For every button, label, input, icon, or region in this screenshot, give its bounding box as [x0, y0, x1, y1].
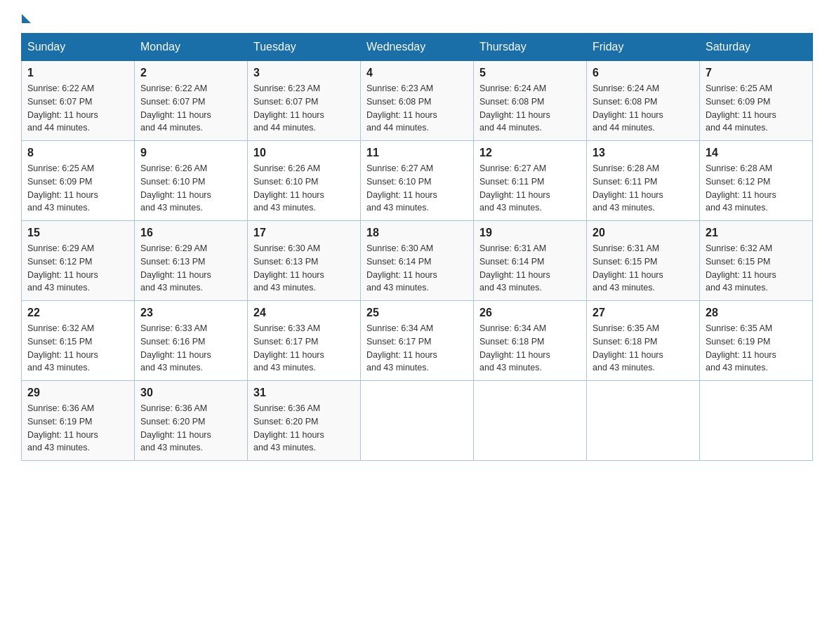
calendar-day-cell: 22Sunrise: 6:32 AMSunset: 6:15 PMDayligh… — [22, 301, 135, 381]
day-info: Sunrise: 6:24 AMSunset: 6:08 PMDaylight:… — [479, 82, 581, 135]
calendar-week-row: 15Sunrise: 6:29 AMSunset: 6:12 PMDayligh… — [22, 221, 813, 301]
day-info: Sunrise: 6:33 AMSunset: 6:16 PMDaylight:… — [140, 322, 241, 375]
day-info: Sunrise: 6:24 AMSunset: 6:08 PMDaylight:… — [593, 82, 694, 135]
calendar-week-row: 8Sunrise: 6:25 AMSunset: 6:09 PMDaylight… — [22, 141, 813, 221]
calendar-day-cell — [587, 381, 700, 461]
calendar-day-cell: 23Sunrise: 6:33 AMSunset: 6:16 PMDayligh… — [135, 301, 248, 381]
day-info: Sunrise: 6:27 AMSunset: 6:11 PMDaylight:… — [479, 162, 581, 215]
day-number: 5 — [479, 67, 581, 79]
day-info: Sunrise: 6:25 AMSunset: 6:09 PMDaylight:… — [706, 82, 807, 135]
col-saturday: Saturday — [700, 34, 813, 61]
day-info: Sunrise: 6:32 AMSunset: 6:15 PMDaylight:… — [706, 242, 807, 295]
col-thursday: Thursday — [474, 34, 587, 61]
calendar-day-cell: 21Sunrise: 6:32 AMSunset: 6:15 PMDayligh… — [700, 221, 813, 301]
col-monday: Monday — [135, 34, 248, 61]
day-number: 23 — [140, 307, 241, 319]
page-header — [21, 14, 813, 19]
day-number: 10 — [253, 147, 355, 159]
day-number: 24 — [253, 307, 355, 319]
calendar-day-cell: 13Sunrise: 6:28 AMSunset: 6:11 PMDayligh… — [587, 141, 700, 221]
day-info: Sunrise: 6:23 AMSunset: 6:08 PMDaylight:… — [366, 82, 468, 135]
calendar-day-cell: 26Sunrise: 6:34 AMSunset: 6:18 PMDayligh… — [474, 301, 587, 381]
day-number: 17 — [253, 227, 355, 239]
calendar-day-cell: 16Sunrise: 6:29 AMSunset: 6:13 PMDayligh… — [135, 221, 248, 301]
day-info: Sunrise: 6:27 AMSunset: 6:10 PMDaylight:… — [366, 162, 468, 215]
calendar-day-cell: 12Sunrise: 6:27 AMSunset: 6:11 PMDayligh… — [474, 141, 587, 221]
day-info: Sunrise: 6:31 AMSunset: 6:15 PMDaylight:… — [593, 242, 694, 295]
calendar-week-row: 22Sunrise: 6:32 AMSunset: 6:15 PMDayligh… — [22, 301, 813, 381]
calendar-day-cell: 5Sunrise: 6:24 AMSunset: 6:08 PMDaylight… — [474, 61, 587, 141]
calendar-table: Sunday Monday Tuesday Wednesday Thursday… — [21, 33, 813, 461]
day-number: 28 — [706, 307, 807, 319]
calendar-day-cell: 3Sunrise: 6:23 AMSunset: 6:07 PMDaylight… — [248, 61, 361, 141]
day-number: 22 — [27, 307, 128, 319]
day-info: Sunrise: 6:32 AMSunset: 6:15 PMDaylight:… — [27, 322, 128, 375]
day-info: Sunrise: 6:22 AMSunset: 6:07 PMDaylight:… — [140, 82, 241, 135]
calendar-day-cell: 30Sunrise: 6:36 AMSunset: 6:20 PMDayligh… — [135, 381, 248, 461]
day-info: Sunrise: 6:36 AMSunset: 6:20 PMDaylight:… — [140, 402, 241, 455]
calendar-day-cell: 8Sunrise: 6:25 AMSunset: 6:09 PMDaylight… — [22, 141, 135, 221]
day-info: Sunrise: 6:33 AMSunset: 6:17 PMDaylight:… — [253, 322, 355, 375]
day-number: 2 — [140, 67, 241, 79]
calendar-day-cell: 28Sunrise: 6:35 AMSunset: 6:19 PMDayligh… — [700, 301, 813, 381]
day-number: 29 — [27, 387, 128, 399]
day-info: Sunrise: 6:25 AMSunset: 6:09 PMDaylight:… — [27, 162, 128, 215]
day-info: Sunrise: 6:36 AMSunset: 6:20 PMDaylight:… — [253, 402, 355, 455]
day-info: Sunrise: 6:30 AMSunset: 6:14 PMDaylight:… — [366, 242, 468, 295]
calendar-week-row: 1Sunrise: 6:22 AMSunset: 6:07 PMDaylight… — [22, 61, 813, 141]
day-number: 8 — [27, 147, 128, 159]
day-number: 11 — [366, 147, 468, 159]
day-number: 4 — [366, 67, 468, 79]
day-info: Sunrise: 6:31 AMSunset: 6:14 PMDaylight:… — [479, 242, 581, 295]
day-info: Sunrise: 6:34 AMSunset: 6:17 PMDaylight:… — [366, 322, 468, 375]
calendar-day-cell: 1Sunrise: 6:22 AMSunset: 6:07 PMDaylight… — [22, 61, 135, 141]
day-info: Sunrise: 6:22 AMSunset: 6:07 PMDaylight:… — [27, 82, 128, 135]
day-number: 25 — [366, 307, 468, 319]
col-tuesday: Tuesday — [248, 34, 361, 61]
calendar-day-cell — [361, 381, 474, 461]
calendar-day-cell: 29Sunrise: 6:36 AMSunset: 6:19 PMDayligh… — [22, 381, 135, 461]
calendar-day-cell — [474, 381, 587, 461]
day-info: Sunrise: 6:26 AMSunset: 6:10 PMDaylight:… — [253, 162, 355, 215]
calendar-day-cell: 25Sunrise: 6:34 AMSunset: 6:17 PMDayligh… — [361, 301, 474, 381]
day-info: Sunrise: 6:28 AMSunset: 6:11 PMDaylight:… — [593, 162, 694, 215]
calendar-week-row: 29Sunrise: 6:36 AMSunset: 6:19 PMDayligh… — [22, 381, 813, 461]
day-number: 12 — [479, 147, 581, 159]
calendar-day-cell: 10Sunrise: 6:26 AMSunset: 6:10 PMDayligh… — [248, 141, 361, 221]
day-number: 19 — [479, 227, 581, 239]
day-number: 16 — [140, 227, 241, 239]
calendar-day-cell: 18Sunrise: 6:30 AMSunset: 6:14 PMDayligh… — [361, 221, 474, 301]
calendar-day-cell: 19Sunrise: 6:31 AMSunset: 6:14 PMDayligh… — [474, 221, 587, 301]
day-number: 31 — [253, 387, 355, 399]
day-number: 18 — [366, 227, 468, 239]
day-info: Sunrise: 6:26 AMSunset: 6:10 PMDaylight:… — [140, 162, 241, 215]
day-info: Sunrise: 6:30 AMSunset: 6:13 PMDaylight:… — [253, 242, 355, 295]
day-info: Sunrise: 6:23 AMSunset: 6:07 PMDaylight:… — [253, 82, 355, 135]
day-info: Sunrise: 6:29 AMSunset: 6:13 PMDaylight:… — [140, 242, 241, 295]
calendar-day-cell: 31Sunrise: 6:36 AMSunset: 6:20 PMDayligh… — [248, 381, 361, 461]
day-number: 1 — [27, 67, 128, 79]
calendar-day-cell: 2Sunrise: 6:22 AMSunset: 6:07 PMDaylight… — [135, 61, 248, 141]
day-info: Sunrise: 6:36 AMSunset: 6:19 PMDaylight:… — [27, 402, 128, 455]
calendar-day-cell: 7Sunrise: 6:25 AMSunset: 6:09 PMDaylight… — [700, 61, 813, 141]
col-wednesday: Wednesday — [361, 34, 474, 61]
day-number: 27 — [593, 307, 694, 319]
day-number: 9 — [140, 147, 241, 159]
day-info: Sunrise: 6:29 AMSunset: 6:12 PMDaylight:… — [27, 242, 128, 295]
logo — [21, 14, 31, 19]
col-sunday: Sunday — [22, 34, 135, 61]
day-number: 26 — [479, 307, 581, 319]
calendar-day-cell: 17Sunrise: 6:30 AMSunset: 6:13 PMDayligh… — [248, 221, 361, 301]
day-info: Sunrise: 6:34 AMSunset: 6:18 PMDaylight:… — [479, 322, 581, 375]
calendar-header-row: Sunday Monday Tuesday Wednesday Thursday… — [22, 34, 813, 61]
day-number: 21 — [706, 227, 807, 239]
day-number: 14 — [706, 147, 807, 159]
day-number: 7 — [706, 67, 807, 79]
day-number: 20 — [593, 227, 694, 239]
day-number: 15 — [27, 227, 128, 239]
calendar-day-cell: 9Sunrise: 6:26 AMSunset: 6:10 PMDaylight… — [135, 141, 248, 221]
calendar-day-cell: 11Sunrise: 6:27 AMSunset: 6:10 PMDayligh… — [361, 141, 474, 221]
day-info: Sunrise: 6:35 AMSunset: 6:19 PMDaylight:… — [706, 322, 807, 375]
col-friday: Friday — [587, 34, 700, 61]
calendar-day-cell: 14Sunrise: 6:28 AMSunset: 6:12 PMDayligh… — [700, 141, 813, 221]
